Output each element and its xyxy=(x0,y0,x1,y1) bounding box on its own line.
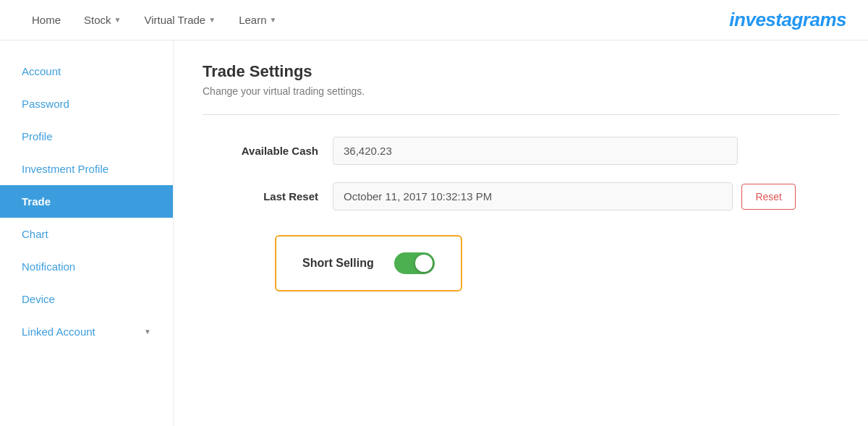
toggle-thumb xyxy=(415,255,433,272)
section-divider xyxy=(203,114,839,115)
sidebar-item-password[interactable]: Password xyxy=(0,88,173,120)
sidebar-item-chart[interactable]: Chart xyxy=(0,218,173,250)
page-subtitle: Change your virtual trading settings. xyxy=(203,85,839,97)
top-nav: Home Stock ▼ Virtual Trade ▼ Learn ▼ inv… xyxy=(0,0,868,41)
chevron-down-icon: ▼ xyxy=(270,16,277,24)
sidebar-item-profile[interactable]: Profile xyxy=(0,120,173,153)
sidebar-item-account[interactable]: Account xyxy=(0,55,173,88)
sidebar-item-investment-profile[interactable]: Investment Profile xyxy=(0,153,173,185)
available-cash-input[interactable] xyxy=(333,137,738,165)
last-reset-row: Last Reset Reset xyxy=(203,182,839,210)
sidebar-item-device[interactable]: Device xyxy=(0,283,173,315)
nav-virtual-trade[interactable]: Virtual Trade ▼ xyxy=(134,8,226,32)
short-selling-label: Short Selling xyxy=(302,257,374,270)
available-cash-row: Available Cash xyxy=(203,137,839,165)
chevron-down-icon: ▼ xyxy=(144,328,151,336)
nav-home-label: Home xyxy=(32,14,61,26)
brand-logo: investagrams xyxy=(729,9,846,31)
short-selling-box: Short Selling xyxy=(275,235,462,291)
nav-stock-label: Stock xyxy=(84,14,111,26)
last-reset-field-group: Reset xyxy=(333,182,796,210)
nav-virtual-trade-label: Virtual Trade xyxy=(144,14,205,26)
nav-learn[interactable]: Learn ▼ xyxy=(229,8,286,32)
nav-learn-label: Learn xyxy=(239,14,266,26)
sidebar-item-notification[interactable]: Notification xyxy=(0,250,173,283)
sidebar-item-trade[interactable]: Trade xyxy=(0,185,173,218)
available-cash-label: Available Cash xyxy=(203,145,333,157)
chevron-down-icon: ▼ xyxy=(208,16,216,24)
sidebar-item-linked-account[interactable]: Linked Account ▼ xyxy=(0,315,173,348)
main-content: Trade Settings Change your virtual tradi… xyxy=(174,41,868,426)
short-selling-toggle[interactable] xyxy=(394,252,435,274)
last-reset-label: Last Reset xyxy=(203,190,333,203)
nav-home[interactable]: Home xyxy=(22,8,71,32)
nav-links: Home Stock ▼ Virtual Trade ▼ Learn ▼ xyxy=(22,8,729,32)
chevron-down-icon: ▼ xyxy=(114,16,122,24)
page-title: Trade Settings xyxy=(203,62,839,81)
last-reset-input[interactable] xyxy=(333,182,733,210)
sidebar-item-linked-account-label: Linked Account xyxy=(22,325,95,338)
page-layout: Account Password Profile Investment Prof… xyxy=(0,41,868,426)
reset-button[interactable]: Reset xyxy=(741,184,796,210)
nav-stock[interactable]: Stock ▼ xyxy=(74,8,131,32)
sidebar: Account Password Profile Investment Prof… xyxy=(0,41,174,426)
